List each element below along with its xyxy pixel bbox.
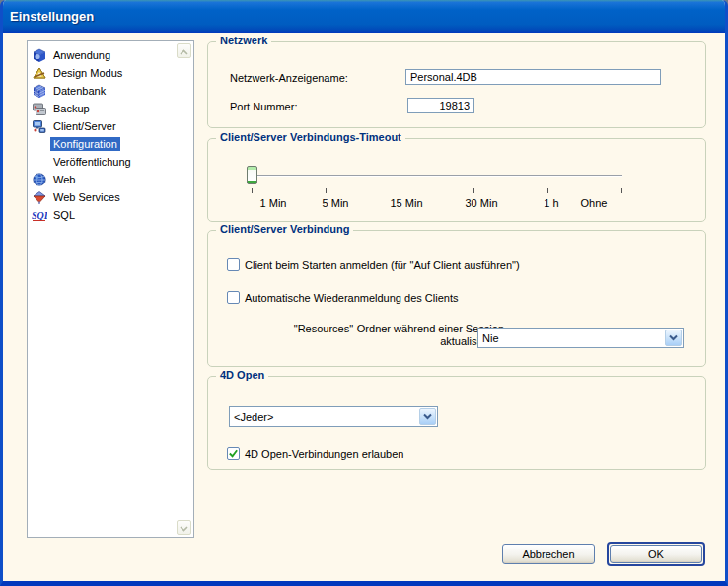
checkbox-auto-relogin[interactable]: Automatische Wiederanmeldung des Clients [227, 291, 458, 304]
slider-tick [400, 188, 400, 193]
group-title: Client/Server Verbindung [216, 223, 353, 235]
slider-tick [621, 188, 622, 193]
tree-item-veroeffentlichung[interactable]: Veröffentlichung [28, 153, 193, 171]
chevron-down-icon [419, 408, 436, 425]
tree-item-client-server[interactable]: Client/Server [28, 117, 193, 135]
tree-item-label: Client/Server [50, 119, 119, 133]
group-4d-open: 4D Open <Jeder> 4D Open-Verbindungen erl… [207, 376, 706, 470]
checkbox-box [227, 258, 240, 271]
tree-item-label: Datenbank [50, 84, 109, 98]
dropdown-selected-value: Nie [478, 332, 665, 344]
sql-icon: SQL [32, 207, 47, 223]
4d-open-user-dropdown[interactable]: <Jeder> [229, 406, 438, 427]
tree-item-konfiguration[interactable]: Konfiguration [28, 135, 193, 153]
checkbox-box [227, 447, 240, 460]
group-title: Netzwerk [216, 35, 271, 46]
tick-label-ohne: Ohne [581, 197, 608, 209]
tick-label-30min: 30 Min [465, 197, 497, 209]
tree-item-label: Konfiguration [50, 137, 120, 151]
dialog-content: Anwendung Design Modus Datenbank Backup [3, 33, 725, 581]
tree-item-sql[interactable]: SQL SQL [28, 206, 193, 224]
svg-text:SQL: SQL [32, 210, 47, 221]
web-services-icon [32, 189, 47, 205]
slider-tick [252, 188, 253, 193]
network-name-input[interactable] [405, 69, 661, 85]
web-icon [32, 172, 47, 187]
checkbox-label: 4D Open-Verbindungen erlauben [245, 448, 403, 460]
network-name-label: Netzwerk-Anzeigename: [230, 72, 348, 84]
tree-item-web-services[interactable]: Web Services [28, 188, 193, 206]
resources-update-dropdown[interactable]: Nie [477, 328, 684, 348]
port-number-input[interactable] [407, 98, 474, 113]
slider-tick [547, 188, 548, 193]
database-icon [32, 83, 47, 99]
title-bar: Einstellungen [0, 0, 728, 33]
tree-item-datenbank[interactable]: Datenbank [28, 82, 193, 100]
settings-dialog: Einstellungen Anwendung Design Modus [0, 0, 728, 586]
checkbox-label: Client beim Starten anmelden (für "Auf C… [245, 259, 520, 271]
application-icon [32, 47, 47, 63]
tree-item-label: Web Services [50, 190, 123, 204]
resources-update-label: "Resources"-Ordner während einer Session… [267, 323, 504, 348]
slider-tick [326, 188, 327, 193]
client-server-icon [32, 118, 47, 134]
scroll-down-button[interactable] [177, 520, 191, 535]
chevron-down-icon [180, 522, 188, 534]
tree-item-label: Veröffentlichung [50, 155, 134, 169]
group-netzwerk: Netzwerk Netzwerk-Anzeigename: Port Numm… [207, 41, 706, 128]
tick-label-1h: 1 h [544, 197, 558, 209]
scroll-up-button[interactable] [177, 43, 191, 58]
group-title: 4D Open [216, 369, 268, 381]
port-number-label: Port Nummer: [230, 101, 297, 112]
chevron-up-icon [180, 45, 188, 57]
checkbox-box [227, 291, 240, 304]
group-verbindung: Client/Server Verbindung Client beim Sta… [207, 230, 706, 367]
design-mode-icon [32, 65, 47, 81]
checkbox-client-start-login[interactable]: Client beim Starten anmelden (für "Auf C… [227, 258, 520, 271]
group-timeout: Client/Server Verbindungs-Timeout 1 Min … [207, 138, 706, 222]
tree-item-label: Anwendung [50, 48, 113, 62]
tree-item-label: Backup [50, 102, 93, 115]
checkbox-label: Automatische Wiederanmeldung des Clients [245, 292, 458, 304]
tree-item-label: Design Modus [50, 66, 125, 80]
checkbox-4d-open-allow[interactable]: 4D Open-Verbindungen erlauben [227, 447, 403, 460]
tick-label-1min: 1 Min [260, 197, 287, 209]
tick-label-5min: 5 Min [323, 197, 349, 209]
window-title: Einstellungen [10, 9, 94, 24]
backup-icon [32, 101, 47, 116]
group-title: Client/Server Verbindungs-Timeout [216, 131, 405, 143]
tick-label-15min: 15 Min [390, 197, 422, 209]
tree-item-label: Web [50, 173, 78, 186]
cancel-button[interactable]: Abbrechen [502, 544, 595, 564]
ok-button-default-ring: OK [607, 542, 705, 566]
chevron-down-icon [665, 330, 682, 346]
dropdown-selected-value: <Jeder> [230, 411, 419, 423]
tree-item-label: SQL [50, 208, 78, 222]
settings-tree: Anwendung Design Modus Datenbank Backup [27, 40, 194, 538]
tree-item-anwendung[interactable]: Anwendung [28, 46, 193, 64]
tree-item-web[interactable]: Web [28, 171, 193, 188]
tree-item-backup[interactable]: Backup [28, 100, 193, 117]
tree-item-design-modus[interactable]: Design Modus [28, 64, 193, 82]
ok-button[interactable]: OK [610, 545, 702, 563]
slider-tick [473, 188, 474, 193]
timeout-slider-track[interactable] [252, 175, 622, 176]
timeout-slider-thumb[interactable] [247, 166, 257, 184]
